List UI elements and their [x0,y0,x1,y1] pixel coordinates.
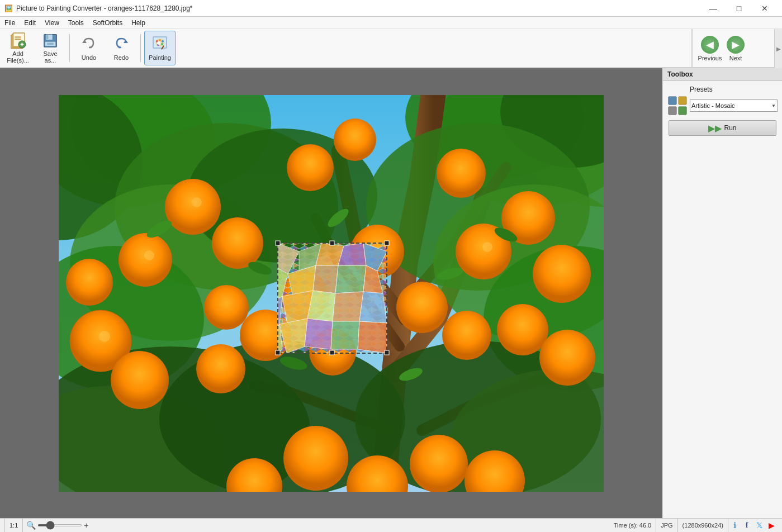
svg-point-19 [162,40,164,42]
svg-marker-107 [333,292,363,321]
svg-point-85 [437,149,486,198]
svg-rect-4 [15,39,21,40]
canvas-area[interactable] [0,68,662,518]
svg-rect-122 [679,97,686,104]
zoom-indicator: 1:1 [4,519,23,532]
svg-rect-3 [15,36,21,37]
menu-view[interactable]: View [40,18,64,28]
add-files-icon [9,32,27,49]
redo-label: Redo [114,54,129,61]
svg-point-83 [287,144,334,191]
titlebar: 🖼️ Picture to Painting Converter - orang… [0,0,782,17]
svg-point-18 [159,39,161,41]
painting-label: Painting [149,54,171,61]
toolbar: AddFile(s)... Saveas... Undo Redo [0,29,782,68]
redo-button[interactable]: Redo [106,31,137,65]
close-button[interactable]: ✕ [752,0,778,17]
zoom-out-icon[interactable]: 🔍 [26,521,36,530]
svg-point-22 [157,41,160,45]
info-icon[interactable]: ℹ [728,519,741,531]
app-title: Picture to Painting Converter - oranges-… [16,4,193,12]
svg-point-59 [165,179,221,235]
toolbox-panel: Toolbox Presets Artistic - Mosaic [662,68,782,518]
menubar: File Edit View Tools SoftOrbits Help [0,17,782,29]
svg-point-84 [334,118,376,161]
presets-icon [667,96,688,116]
undo-button[interactable]: Undo [73,31,105,65]
svg-point-66 [482,242,492,252]
svg-point-70 [539,330,595,386]
svg-rect-12 [47,43,53,45]
app-icon: 🖼️ [4,4,13,12]
zoom-in-icon[interactable]: + [84,521,88,530]
svg-point-60 [192,197,202,207]
toolbox-body: Presets Artistic - Mosaic Artistic - Wat… [663,81,782,140]
svg-rect-115 [276,241,280,245]
dimensions-segment: (1280x960x24) [678,519,728,532]
presets-controls: Artistic - Mosaic Artistic - Watercolor … [667,96,778,116]
facebook-icon[interactable]: f [741,519,753,531]
painting-button[interactable]: Painting [144,31,176,65]
menu-help[interactable]: Help [127,18,150,28]
presets-select[interactable]: Artistic - Mosaic Artistic - Watercolor … [690,99,778,112]
statusbar: 1:1 🔍 + Time (s): 46.0 JPG (1280x960x24)… [0,518,782,532]
svg-point-56 [99,331,110,342]
previous-label: Previous [698,55,722,61]
svg-rect-118 [385,350,389,355]
zoom-value: 1:1 [10,522,18,529]
svg-point-69 [497,304,548,355]
svg-point-63 [111,351,169,409]
minimize-button[interactable]: — [700,0,726,17]
twitter-icon[interactable]: 𝕏 [753,519,765,531]
svg-point-71 [442,311,491,360]
toolbar-separator-1 [69,34,70,62]
zoom-slider[interactable] [37,524,82,526]
add-files-button[interactable]: AddFile(s)... [2,31,34,65]
next-label: Next [729,55,742,61]
menu-file[interactable]: File [0,18,20,28]
save-label: Saveas... [43,50,57,64]
svg-point-82 [204,285,249,330]
youtube-icon[interactable]: ▶ [765,519,778,531]
next-button[interactable]: ▶ Next [723,31,748,66]
svg-point-72 [396,282,448,333]
statusbar-right: ℹ f 𝕏 ▶ [728,519,778,531]
collapse-handle[interactable]: ▶ [774,29,782,68]
svg-rect-124 [679,107,686,115]
presets-label: Presets [690,86,778,93]
svg-rect-119 [330,241,334,245]
run-button[interactable]: ▶▶ Run [669,120,776,136]
menu-softorbits[interactable]: SoftOrbits [88,18,127,28]
svg-marker-102 [335,265,366,293]
svg-rect-123 [669,107,676,115]
svg-rect-7 [22,43,23,46]
run-label: Run [724,124,736,132]
svg-rect-10 [46,35,48,39]
maximize-button[interactable]: □ [726,0,752,17]
dimensions-value: (1280x960x24) [683,522,723,529]
svg-point-58 [144,250,154,260]
time-label: Time (s): 46.0 [614,522,651,529]
run-icon: ▶▶ [708,123,722,134]
save-button[interactable]: Saveas... [35,31,66,65]
svg-marker-111 [305,319,333,349]
format-segment: JPG [656,519,677,532]
menu-tools[interactable]: Tools [64,18,88,28]
add-files-label: AddFile(s)... [7,50,29,64]
main-area: Toolbox Presets Artistic - Mosaic [0,68,782,518]
svg-marker-14 [124,40,128,43]
svg-marker-113 [358,321,387,353]
svg-point-61 [66,259,113,306]
svg-rect-117 [276,350,280,355]
svg-marker-108 [359,292,387,323]
time-segment: Time (s): 46.0 [609,519,656,532]
menu-edit[interactable]: Edit [20,18,40,28]
previous-button[interactable]: ◀ Previous [697,31,723,66]
svg-rect-120 [330,350,334,355]
save-icon [41,32,59,49]
svg-marker-101 [313,265,338,293]
zoom-slider-area: 🔍 + [23,521,92,530]
svg-point-64 [196,344,245,393]
collapse-icon: ▶ [776,46,781,52]
undo-icon [80,35,98,53]
